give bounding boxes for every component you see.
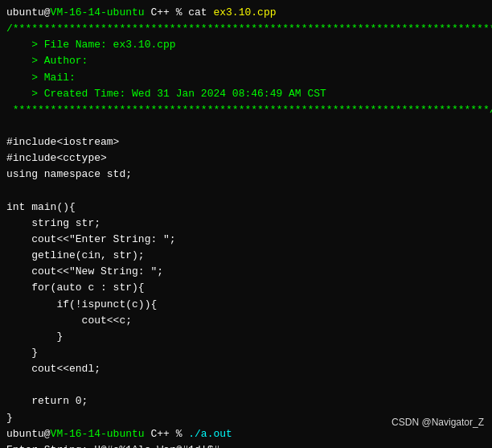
divider-top: /***************************************… [6,21,486,37]
main-open: int main(){ [6,199,486,216]
for-loop: for(auto c : str){ [6,280,486,296]
for-close: } [6,345,486,361]
cout-new: cout<<"New String: "; [6,264,486,280]
using-namespace: using namespace std; [6,166,486,183]
prompt-symbol-2: C++ % [145,428,189,440]
divider-bottom: ****************************************… [6,102,486,118]
cout-enter: cout<<"Enter String: "; [6,232,486,248]
getline: getline(cin, str); [6,248,486,264]
return-stmt: return 0; [6,393,486,409]
output-enter: Enter String: H@#e%1^lo,Wor@#1d!$# [6,442,486,448]
if-close: } [6,329,486,345]
created-line: > Created Time: Wed 31 Jan 2024 08:46:49… [6,86,486,102]
blank-3 [6,377,486,393]
file-name-line: > File Name: ex3.10.cpp [6,37,486,53]
blank-2 [6,183,486,199]
cout-c: cout<<c; [6,313,486,329]
command-line-1: ubuntu@VM-16-14-ubuntu C++ % cat ex3.10.… [6,5,486,21]
watermark: CSDN @Navigator_Z [392,415,484,430]
str-decl: string str; [6,216,486,232]
blank-1 [6,118,486,134]
prompt-symbol: C++ % [145,6,189,18]
prompt-user-2: ubuntu@ [6,428,51,440]
author-line: > Author: [6,53,486,69]
prompt-user: ubuntu@ [6,6,51,18]
include-iostream: #include<iostream> [6,134,486,150]
if-ispunct: if(!ispunct(c)){ [6,297,486,313]
terminal-window: ubuntu@VM-16-14-ubuntu C++ % cat ex3.10.… [0,0,492,448]
mail-line: > Mail: [6,70,486,86]
cmd-cat: cat [188,6,213,18]
cout-endl: cout<<endl; [6,361,486,377]
prompt-host: VM-16-14-ubuntu [51,6,145,18]
prompt-host-2: VM-16-14-ubuntu [51,428,145,440]
include-cctype: #include<cctype> [6,150,486,166]
cmd-filename: ex3.10.cpp [213,6,276,18]
cmd-run: ./a.out [188,428,232,440]
